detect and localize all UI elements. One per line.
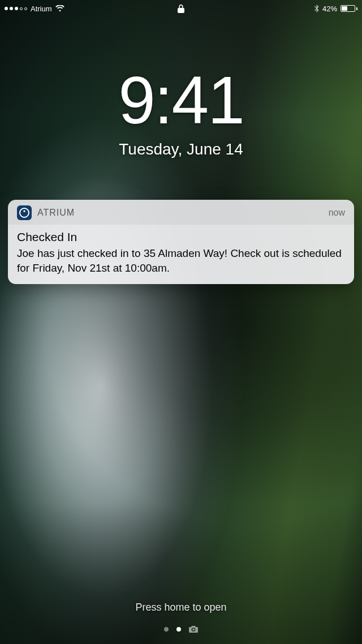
battery-icon: [341, 5, 357, 12]
signal-strength-icon: [5, 7, 27, 10]
notification-message: Joe has just checked in to 35 Almaden Wa…: [17, 246, 345, 275]
camera-icon[interactable]: [189, 626, 198, 633]
lock-icon: [178, 5, 184, 13]
wifi-icon: [55, 5, 64, 12]
clock-time: 9:41: [0, 67, 362, 134]
status-bar: Atrium 42%: [0, 0, 362, 17]
svg-point-0: [20, 208, 29, 217]
clock-date: Tuesday, June 14: [0, 140, 362, 158]
notification-header: ATRIUM now: [8, 200, 354, 225]
page-indicator[interactable]: [0, 626, 362, 633]
bluetooth-icon: [314, 5, 319, 12]
notification-title: Checked In: [17, 230, 345, 244]
lock-screen: Atrium 42% 9:41 Tuesday, June 14: [0, 0, 362, 644]
notification-timestamp: now: [329, 208, 345, 218]
press-home-hint: Press home to open: [0, 602, 362, 613]
svg-point-1: [23, 211, 25, 212]
page-dot-active[interactable]: [176, 627, 181, 632]
notification-body: Checked In Joe has just checked in to 35…: [8, 225, 354, 284]
notification-card[interactable]: ATRIUM now Checked In Joe has just check…: [8, 200, 354, 284]
carrier-label: Atrium: [31, 5, 52, 13]
notification-app-name: ATRIUM: [37, 208, 75, 218]
app-icon: [17, 205, 32, 220]
page-dot[interactable]: [164, 627, 169, 632]
clock-area: 9:41 Tuesday, June 14: [0, 67, 362, 158]
battery-percent-label: 42%: [322, 5, 337, 13]
